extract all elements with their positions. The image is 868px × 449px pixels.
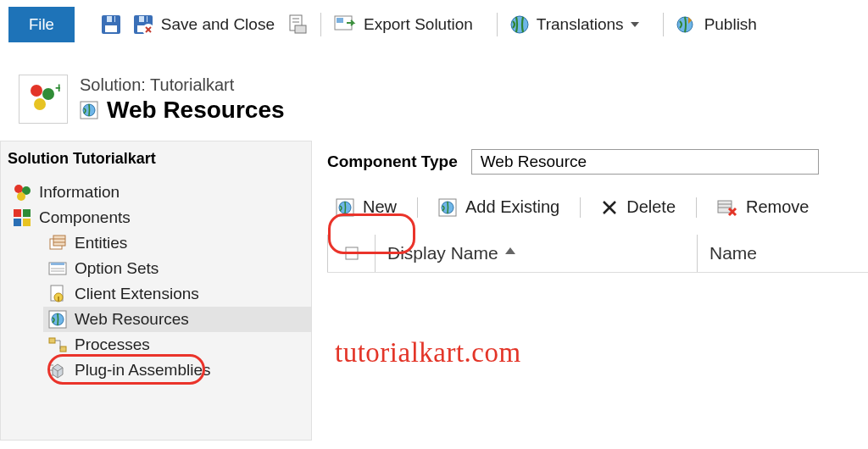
publish-icon bbox=[676, 14, 698, 35]
new-button[interactable]: New bbox=[327, 195, 405, 219]
toolbar-separator bbox=[497, 13, 498, 36]
save-and-close-button[interactable]: Save and Close bbox=[132, 14, 275, 36]
print-button[interactable] bbox=[287, 14, 309, 36]
toolbar-separator bbox=[663, 13, 664, 36]
svg-rect-46 bbox=[49, 338, 55, 343]
svg-point-26 bbox=[14, 185, 23, 193]
tree-label: Option Sets bbox=[75, 259, 159, 278]
svg-rect-54 bbox=[718, 201, 732, 213]
svg-rect-7 bbox=[144, 16, 147, 22]
remove-button[interactable]: Remove bbox=[709, 195, 817, 219]
tree-item-option-sets[interactable]: Option Sets bbox=[43, 256, 311, 281]
svg-rect-30 bbox=[23, 209, 31, 217]
action-separator bbox=[580, 197, 581, 218]
svg-rect-59 bbox=[346, 247, 358, 259]
web-resource-icon bbox=[48, 310, 67, 329]
toolbar-separator bbox=[320, 13, 321, 36]
column-name[interactable]: Name bbox=[697, 235, 868, 272]
column-display-name[interactable]: Display Name bbox=[375, 235, 697, 272]
tree-label: Processes bbox=[75, 335, 150, 354]
info-icon bbox=[13, 183, 31, 202]
save-close-label: Save and Close bbox=[161, 15, 275, 34]
svg-rect-32 bbox=[23, 219, 31, 226]
file-button[interactable]: File bbox=[8, 7, 75, 42]
svg-point-20 bbox=[31, 85, 42, 97]
svg-text:+: + bbox=[55, 82, 60, 95]
publish-button[interactable]: Publish bbox=[676, 14, 757, 35]
tree-label: Web Resources bbox=[75, 310, 189, 329]
publish-label: Publish bbox=[704, 15, 757, 34]
sidebar-title: Solution Tutorialkart bbox=[1, 145, 311, 180]
export-solution-button[interactable]: Export Solution bbox=[333, 14, 473, 35]
tree-item-client-extensions[interactable]: Client Extensions bbox=[43, 281, 311, 307]
column-label: Display Name bbox=[387, 243, 498, 263]
svg-marker-18 bbox=[631, 22, 639, 27]
select-all-checkbox[interactable] bbox=[327, 235, 375, 272]
add-existing-button[interactable]: Add Existing bbox=[430, 195, 568, 219]
client-extensions-icon bbox=[48, 285, 67, 303]
option-sets-icon bbox=[48, 259, 67, 278]
processes-icon bbox=[48, 335, 67, 354]
top-toolbar: File Save and Close bbox=[0, 0, 868, 49]
web-resource-icon bbox=[80, 101, 98, 119]
tree-item-plugin-assemblies[interactable]: Plug-in Assemblies bbox=[43, 358, 311, 383]
globe-icon bbox=[509, 14, 530, 35]
component-type-field[interactable]: Web Resource bbox=[471, 149, 819, 175]
export-label: Export Solution bbox=[364, 15, 473, 34]
svg-rect-29 bbox=[14, 209, 21, 217]
svg-point-21 bbox=[42, 88, 54, 100]
save-close-icon bbox=[132, 14, 154, 36]
svg-rect-16 bbox=[337, 18, 343, 23]
tree-label: Entities bbox=[75, 234, 127, 252]
translations-button[interactable]: Translations bbox=[509, 14, 639, 35]
checkbox-icon bbox=[345, 247, 359, 260]
svg-rect-3 bbox=[112, 16, 114, 22]
remove-label: Remove bbox=[746, 197, 809, 217]
svg-rect-43 bbox=[58, 297, 59, 302]
watermark: tutorialkart.com bbox=[335, 337, 521, 369]
column-label: Name bbox=[709, 243, 757, 263]
solution-tree: Solution Tutorialkart Information Compon… bbox=[0, 141, 312, 441]
svg-point-22 bbox=[34, 98, 46, 110]
tree-item-components[interactable]: Components bbox=[8, 205, 311, 230]
action-bar: New Add Existing Delete bbox=[327, 195, 868, 219]
add-existing-icon bbox=[438, 198, 457, 217]
action-separator bbox=[696, 197, 697, 218]
add-existing-label: Add Existing bbox=[465, 197, 559, 217]
svg-rect-1 bbox=[105, 25, 117, 32]
sort-asc-icon bbox=[505, 247, 515, 259]
page-header: + Solution: Tutorialkart Web Resources bbox=[0, 49, 868, 124]
component-type-row: Component Type Web Resource bbox=[327, 149, 868, 175]
save-icon bbox=[100, 14, 122, 36]
solution-path: Solution: Tutorialkart bbox=[80, 75, 285, 95]
dropdown-arrow-icon bbox=[631, 20, 639, 29]
tree-item-web-resources[interactable]: Web Resources bbox=[43, 307, 311, 332]
tree-item-information[interactable]: Information bbox=[8, 180, 311, 205]
save-button[interactable] bbox=[100, 14, 122, 36]
page-title: Web Resources bbox=[107, 97, 285, 124]
export-icon bbox=[333, 14, 357, 35]
svg-rect-47 bbox=[60, 346, 66, 352]
svg-rect-31 bbox=[14, 219, 21, 226]
tree-label: Information bbox=[39, 183, 120, 202]
tree-label: Components bbox=[39, 208, 131, 227]
translations-label: Translations bbox=[537, 15, 624, 34]
remove-icon bbox=[717, 198, 737, 217]
tree-item-entities[interactable]: Entities bbox=[43, 230, 311, 256]
svg-rect-14 bbox=[295, 25, 306, 33]
document-print-icon bbox=[287, 14, 309, 36]
tree-label: Plug-in Assemblies bbox=[75, 361, 211, 380]
new-icon bbox=[336, 198, 354, 217]
delete-icon bbox=[601, 199, 618, 216]
svg-marker-60 bbox=[505, 247, 515, 254]
tree-label: Client Extensions bbox=[75, 285, 199, 303]
action-separator bbox=[417, 197, 418, 218]
new-label: New bbox=[363, 197, 397, 217]
solution-icon: + bbox=[19, 75, 68, 124]
svg-rect-38 bbox=[51, 263, 64, 265]
tree-item-processes[interactable]: Processes bbox=[43, 332, 311, 358]
plugin-icon bbox=[48, 361, 67, 380]
component-type-label: Component Type bbox=[327, 152, 458, 171]
delete-button[interactable]: Delete bbox=[593, 195, 684, 219]
components-icon bbox=[13, 208, 31, 227]
